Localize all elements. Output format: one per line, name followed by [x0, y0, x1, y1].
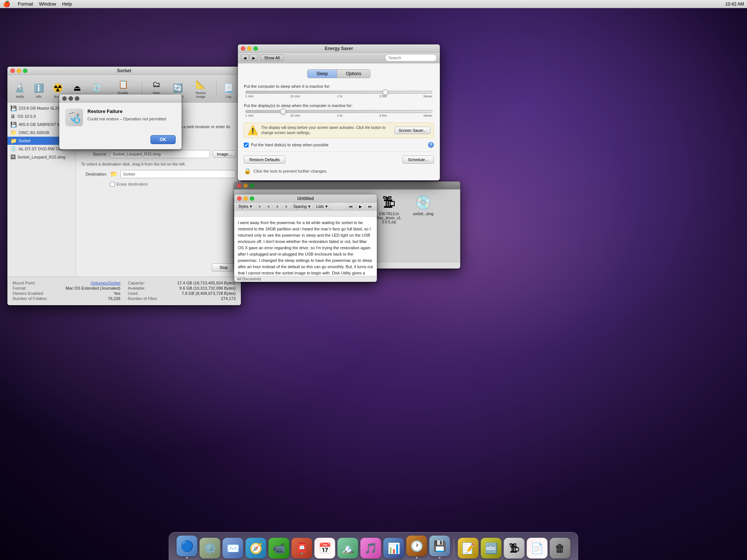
close-button[interactable] [10, 69, 15, 73]
hard-disk-checkbox[interactable] [244, 143, 249, 147]
textedit-traffic-lights[interactable] [237, 196, 254, 201]
align-center-btn[interactable]: ≡ [265, 204, 272, 209]
dock-diskutil[interactable]: 💾 [429, 536, 450, 559]
schedule-button[interactable]: Schedule... [402, 156, 434, 164]
lock-row: 🔒 Click the lock to prevent further chan… [244, 167, 434, 174]
sorbet-traffic-lights[interactable] [10, 69, 27, 73]
justify-btn[interactable]: ≡ [283, 204, 290, 209]
dock-istat[interactable]: 📊 [384, 538, 404, 559]
mount-point-value[interactable]: /Volumes/Sorbet [90, 281, 120, 285]
dock-mail[interactable]: ✉️ [223, 538, 243, 559]
zoom-button[interactable] [23, 69, 27, 73]
screen-saver-button[interactable]: Screen Saver... [395, 127, 431, 134]
dock-itunes[interactable]: 🎵 [361, 538, 381, 559]
sidebar-item-dmg[interactable]: 🖼 Sorbet_Leopard_R15.dmg [7, 153, 76, 161]
help-icon[interactable]: ? [428, 142, 434, 148]
source-input[interactable] [110, 150, 210, 158]
lock-icon[interactable]: 🔒 [244, 167, 251, 174]
erase-destination-checkbox[interactable] [110, 182, 115, 187]
minimize-button[interactable] [17, 69, 21, 73]
textedit-body[interactable]: I went away from the powermac for a bit … [234, 217, 377, 276]
dock-timemachine[interactable]: 🕐 [406, 536, 427, 559]
energy-min-btn[interactable] [247, 46, 252, 51]
footer-col-left: Mount Point: /Volumes/Sorbet Format: Mac… [13, 281, 120, 301]
dialog-close-btn [62, 96, 67, 101]
dock-mail2[interactable]: 📮 [292, 538, 312, 559]
restore-defaults-button[interactable]: Restore Defaults [244, 156, 285, 164]
computer-sleep-thumb[interactable] [382, 89, 388, 95]
apple-menu[interactable]: 🍎 [3, 0, 10, 7]
next-btn[interactable]: ⏭ [366, 204, 375, 209]
energy-close-btn[interactable] [241, 46, 245, 51]
resize-icon: 📐 [195, 79, 206, 90]
dock-trash[interactable]: 🗑 [550, 538, 571, 559]
resize-image-button[interactable]: 📐 Resize Image [188, 77, 213, 100]
lists-dropdown[interactable]: Lists ▼ [315, 204, 330, 209]
info-button[interactable]: ℹ️ Info [30, 81, 47, 100]
dock-iphoto[interactable]: 🏔️ [338, 538, 358, 559]
styles-dropdown[interactable]: Styles ▼ [236, 204, 255, 209]
back-arrow[interactable]: ◀ [241, 54, 249, 61]
dock-safari[interactable]: 🧭 [246, 538, 266, 559]
textedit-doc-name: All Documents [237, 277, 261, 281]
verify-label: Verify [16, 95, 24, 99]
display-sleep-thumb[interactable] [280, 109, 286, 114]
menu-window[interactable]: Window [39, 1, 56, 7]
tab-options[interactable]: Options [337, 70, 370, 78]
dock-finder[interactable]: 🔵 [177, 536, 197, 559]
hard-disk-label: Put the hard disk(s) to sleep when possi… [251, 143, 329, 147]
align-right-btn[interactable]: ≡ [274, 204, 281, 209]
energy-zoom-btn[interactable] [253, 46, 258, 51]
display-sleep-slider-container: 1 min 15 min 1 hr 3 hrs Never [244, 110, 434, 117]
folders-value: 76,226 [108, 296, 120, 301]
folders-key: Number of Folders: [13, 296, 47, 301]
spacing-dropdown[interactable]: Spacing ▼ [292, 204, 313, 209]
energy-saver-window: Energy Saver ◀ ▶ Show All Sleep Options … [238, 44, 440, 180]
sidebar-label: Sorbet_Leopard_R15.dmg [17, 155, 66, 159]
dock-calendar[interactable]: 📅 [315, 538, 335, 559]
dock-separator [454, 538, 454, 556]
sidebar-label: HL-DT-ST DVD-RW GW... [19, 147, 66, 151]
finder-close-btn[interactable] [237, 183, 242, 188]
toolbar-separator2 [216, 81, 217, 96]
align-left-btn[interactable]: ≡ [256, 204, 263, 209]
owners-value: Yes [114, 291, 120, 296]
computer-sleep-section: Put the computer to sleep when it is ina… [244, 84, 434, 98]
dialog-zoom-btn [75, 96, 79, 101]
textedit-min-btn[interactable] [243, 196, 248, 201]
energy-search-input[interactable] [385, 54, 437, 61]
forward-arrow[interactable]: ▶ [250, 54, 258, 61]
textedit-footer: All Documents [234, 276, 377, 282]
log-button[interactable]: 📃 Log [220, 81, 237, 100]
textedit-close-btn[interactable] [237, 196, 242, 201]
dock-sysprefs[interactable]: ⚙️ [200, 538, 220, 559]
prev-btn[interactable]: ⏮ [346, 204, 355, 209]
finder-item-dmg[interactable]: 💿 sorbet...dmg [408, 193, 438, 226]
image-button[interactable]: Image... [213, 150, 236, 158]
verify-button[interactable]: 🔬 Verify [11, 81, 29, 100]
tab-sleep[interactable]: Sleep [308, 70, 337, 78]
format-key: Format: [13, 286, 27, 290]
erase-destination-label: Erase destination [116, 182, 148, 186]
energy-traffic-lights[interactable] [241, 46, 258, 51]
dock-script[interactable]: 📝 [458, 538, 479, 559]
finder-min-btn[interactable] [243, 183, 248, 188]
show-all-button[interactable]: Show All [260, 54, 284, 61]
dock-pdf[interactable]: 📄 [527, 538, 548, 559]
ok-button[interactable]: OK [150, 135, 176, 144]
destination-input[interactable] [120, 170, 236, 178]
dock-zip[interactable]: 🗜 [504, 538, 525, 559]
zip-dock-icon: 🗜 [504, 538, 525, 559]
warning-text: The display will sleep before your scree… [261, 125, 392, 136]
dock-facetime[interactable]: 📹 [269, 538, 289, 559]
textedit-zoom-btn[interactable] [250, 196, 254, 201]
menu-format[interactable]: Format [18, 1, 33, 7]
stop-button[interactable]: Stop [212, 263, 236, 271]
menu-help[interactable]: Help [62, 1, 72, 7]
finder-item-mac-driver[interactable]: 🗜 EW-7811Un Mac_driver_v1.0.0.5.zip [374, 193, 404, 226]
dock-font[interactable]: 🔤 [481, 538, 502, 559]
finder-zoom-btn[interactable] [250, 183, 254, 188]
lock-text: Click the lock to prevent further change… [253, 169, 327, 173]
finder-traffic-lights[interactable] [237, 183, 254, 188]
play-btn[interactable]: ▶ [356, 204, 365, 209]
